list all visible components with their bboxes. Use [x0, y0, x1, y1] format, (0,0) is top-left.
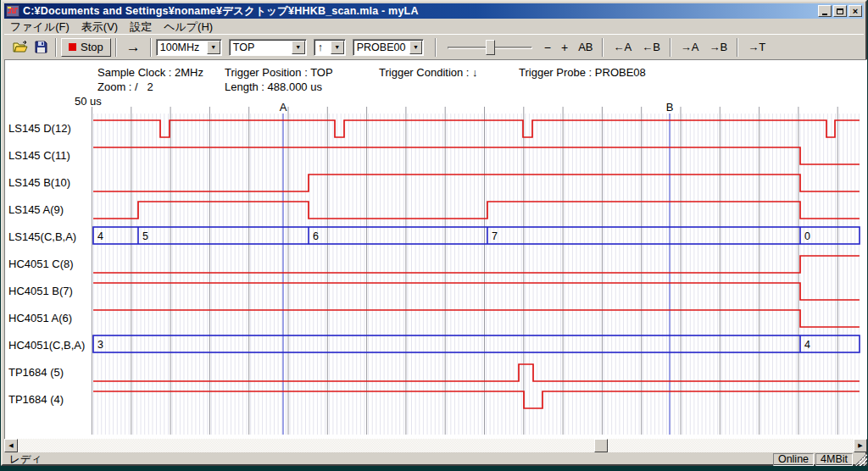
- ab-range-button[interactable]: AB: [573, 38, 598, 57]
- maximize-icon: [837, 8, 843, 14]
- slider-thumb[interactable]: [486, 40, 495, 55]
- desktop: C:¥Documents and Settings¥noname¥デスクトップ¥…: [0, 0, 868, 471]
- goto-marker-a-button[interactable]: →A: [676, 38, 704, 57]
- waveform-client-area[interactable]: [4, 59, 867, 452]
- scroll-right-button[interactable]: ▶: [854, 439, 867, 452]
- menu-item-1[interactable]: 表示(V): [75, 19, 124, 34]
- status-online-badge: Online: [773, 453, 814, 466]
- scrollbar-thumb[interactable]: [594, 439, 608, 452]
- app-window: C:¥Documents and Settings¥noname¥デスクトップ¥…: [1, 0, 867, 466]
- save-button[interactable]: [31, 38, 51, 57]
- toolbar: Stop → 100MHz ▼ TOP ▼ ↑ ▼ PROBE00 ▼: [4, 34, 864, 59]
- toolbar-separator: [55, 38, 57, 57]
- chevron-down-icon[interactable]: ▼: [292, 41, 305, 54]
- status-bar: レディ Online 4MBit: [4, 453, 867, 466]
- trigger-position-value: TOP: [230, 42, 291, 53]
- menu-item-3[interactable]: ヘルプ(H): [158, 19, 219, 34]
- trigger-edge-select[interactable]: ↑ ▼: [314, 39, 346, 56]
- stop-icon: [69, 43, 76, 51]
- stop-button[interactable]: Stop: [61, 38, 111, 57]
- toolbar-separator: [115, 38, 117, 57]
- scroll-left-button[interactable]: ◀: [4, 439, 18, 452]
- chevron-down-icon[interactable]: ▼: [207, 41, 220, 54]
- save-floppy-icon: [35, 41, 47, 53]
- open-folder-icon: [13, 41, 28, 53]
- toolbar-separator: [670, 38, 671, 57]
- clock-rate-select[interactable]: 100MHz ▼: [156, 39, 222, 56]
- open-file-button[interactable]: [9, 38, 31, 57]
- resize-grip[interactable]: [855, 454, 867, 466]
- trigger-position-select[interactable]: TOP ▼: [229, 39, 307, 56]
- goto-marker-b-button[interactable]: →B: [704, 38, 732, 57]
- window-title: C:¥Documents and Settings¥noname¥デスクトップ¥…: [23, 4, 816, 19]
- goto-trigger-button[interactable]: →T: [743, 38, 771, 57]
- title-bar[interactable]: C:¥Documents and Settings¥noname¥デスクトップ¥…: [4, 3, 864, 19]
- trigger-probe-value: PROBE00: [353, 42, 409, 53]
- app-icon: [6, 5, 19, 17]
- clock-rate-value: 100MHz: [157, 42, 206, 53]
- status-ready-text: レディ: [4, 452, 771, 467]
- zoom-in-button[interactable]: +: [556, 38, 573, 57]
- minimize-icon: [822, 14, 827, 15]
- set-marker-b-button[interactable]: ←B: [637, 38, 665, 57]
- toolbar-separator: [435, 38, 437, 57]
- trigger-edge-value: ↑: [314, 42, 330, 53]
- trigger-probe-select[interactable]: PROBE00 ▼: [353, 39, 424, 56]
- menu-bar: ファイル(F)表示(V)設定ヘルプ(H): [4, 19, 864, 34]
- minimize-button[interactable]: [818, 5, 832, 17]
- horizontal-scrollbar[interactable]: ◀ ▶: [4, 439, 867, 452]
- zoom-out-button[interactable]: −: [539, 38, 556, 57]
- toolbar-separator: [150, 38, 152, 57]
- menu-item-2[interactable]: 設定: [124, 19, 158, 34]
- close-button[interactable]: ×: [849, 5, 862, 17]
- stop-label: Stop: [81, 41, 103, 53]
- set-marker-a-button[interactable]: ←A: [608, 38, 637, 57]
- toolbar-separator: [602, 38, 604, 57]
- toolbar-separator: [737, 38, 738, 57]
- chevron-down-icon[interactable]: ▼: [331, 41, 344, 54]
- run-button[interactable]: →: [121, 38, 146, 57]
- maximize-button[interactable]: [833, 5, 847, 17]
- status-memory-badge: 4MBit: [815, 453, 853, 466]
- menu-item-0[interactable]: ファイル(F): [4, 19, 75, 34]
- zoom-slider[interactable]: [448, 38, 532, 57]
- chevron-down-icon[interactable]: ▼: [409, 41, 421, 54]
